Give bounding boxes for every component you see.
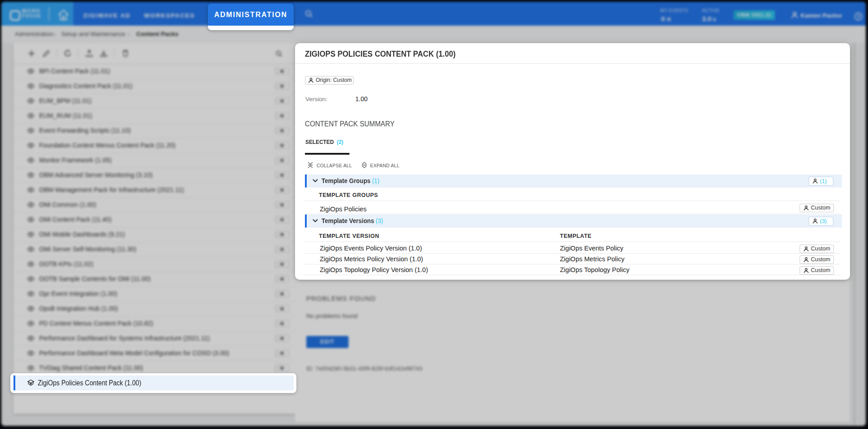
svg-text:?: ? bbox=[857, 14, 860, 19]
